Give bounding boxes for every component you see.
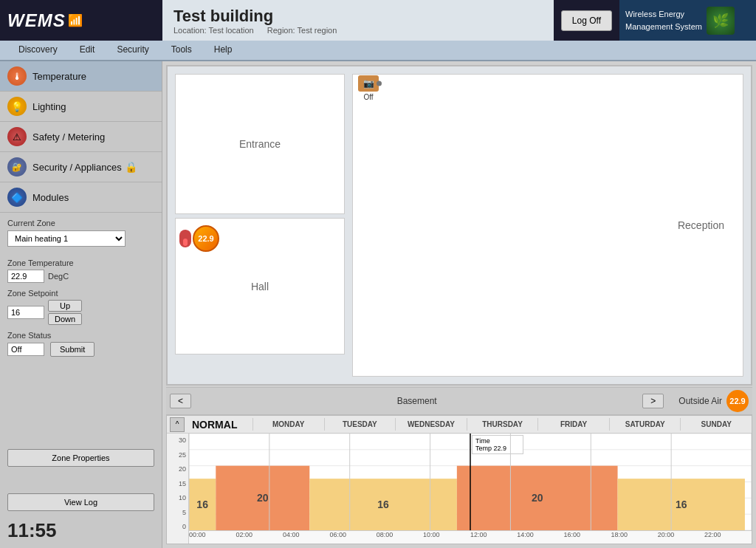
t-0800: 08:00 xyxy=(377,531,394,538)
t-0000: 00:00 xyxy=(189,531,206,538)
floorplan: Entrance Hall Reception 📷 Off xyxy=(166,65,752,386)
next-zone-button[interactable]: > xyxy=(642,394,664,408)
nav-security[interactable]: Security xyxy=(106,41,159,60)
security-label: Security / Appliances xyxy=(32,162,122,173)
t-0400: 04:00 xyxy=(283,531,300,538)
day-thu: THURSDAY xyxy=(467,418,538,431)
t-1400: 14:00 xyxy=(517,531,534,538)
up-button[interactable]: Up xyxy=(48,300,82,312)
day-fri: FRIDAY xyxy=(537,418,609,431)
temperature-label: Temperature xyxy=(32,71,86,82)
zone-properties-button[interactable]: Zone Properties xyxy=(7,449,154,467)
nav-help[interactable]: Help xyxy=(203,41,244,60)
building-title: Test building xyxy=(173,7,543,26)
header: WEMS 📶 Test building Location: Test loca… xyxy=(0,0,756,41)
svg-text:16: 16 xyxy=(196,499,208,510)
sidebar-item-lighting[interactable]: 💡 Lighting xyxy=(0,92,162,122)
chart-canvas: 1620162016TimeTemp 22.9 00:00 02:00 04:0… xyxy=(189,434,752,544)
t-0600: 06:00 xyxy=(330,531,347,538)
t-1000: 10:00 xyxy=(423,531,440,538)
security-icon: 🔐 xyxy=(7,157,27,177)
day-sat: SATURDAY xyxy=(609,418,681,431)
submit-button[interactable]: Submit xyxy=(50,342,94,357)
chart-mode-btn[interactable]: ^ xyxy=(170,417,185,432)
zone-temp-section: Zone Temperature DegC xyxy=(0,256,162,286)
zone-temp-input[interactable] xyxy=(7,270,44,283)
current-zone-label: Current Zone xyxy=(7,219,154,227)
outside-air-label: Outside Air xyxy=(678,396,722,406)
thermometer-icon xyxy=(179,230,191,247)
brand-text: Wireless EnergyManagement System xyxy=(625,8,702,32)
logo-area: WEMS 📶 xyxy=(0,0,162,41)
nav-edit[interactable]: Edit xyxy=(69,41,106,60)
t-1600: 16:00 xyxy=(563,531,580,538)
nav-discovery[interactable]: Discovery xyxy=(7,41,69,60)
camera-sensor[interactable]: 📷 Off xyxy=(358,75,379,101)
lighting-label: Lighting xyxy=(32,101,66,112)
camera-icon: 📷 xyxy=(358,75,379,92)
sidebar-item-temperature[interactable]: 🌡 Temperature xyxy=(0,61,162,92)
view-log-button[interactable]: View Log xyxy=(7,493,154,511)
t-1200: 12:00 xyxy=(470,531,487,538)
lock-icon: 🔒 xyxy=(125,161,137,173)
brand-logo: 🌿 xyxy=(707,7,735,35)
logo-text: WEMS xyxy=(7,10,66,31)
building-subtitle: Location: Test location Region: Test reg… xyxy=(173,26,543,35)
zone-temp-label: Zone Temperature xyxy=(7,258,154,267)
outside-air-badge: 22.9 xyxy=(726,390,749,412)
zone-status-section: Zone Status Submit xyxy=(0,328,162,360)
zone-status-label: Zone Status xyxy=(7,331,154,340)
region-value: Test region xyxy=(298,26,337,35)
safety-icon: ⚠ xyxy=(7,127,27,146)
chart-mode: NORMAL xyxy=(186,419,252,431)
t-2000: 20:00 xyxy=(658,531,675,538)
sidebar-item-security[interactable]: 🔐 Security / Appliances 🔒 xyxy=(0,152,162,182)
lighting-icon: 💡 xyxy=(7,97,27,116)
modules-icon: 🔷 xyxy=(7,188,27,207)
nav-bar: Discovery Edit Security Tools Help xyxy=(0,41,756,61)
camera-dot xyxy=(377,81,382,86)
sidebar: 🌡 Temperature 💡 Lighting ⚠ Safety / Mete… xyxy=(0,61,162,548)
svg-text:16: 16 xyxy=(676,499,687,510)
chart-body: 30 25 20 15 10 5 0 1620162016TimeTemp 22… xyxy=(167,434,752,544)
current-zone-select[interactable]: Main heating 1 xyxy=(7,230,126,247)
day-tue: TUESDAY xyxy=(324,418,396,431)
y-0: 0 xyxy=(167,523,188,530)
t-1800: 18:00 xyxy=(611,531,628,538)
day-mon: MONDAY xyxy=(252,418,324,431)
room-entrance: Entrance xyxy=(175,74,345,214)
sidebar-item-safety[interactable]: ⚠ Safety / Metering xyxy=(0,122,162,152)
zone-setpoint-input[interactable] xyxy=(7,306,44,319)
nav-tools[interactable]: Tools xyxy=(160,41,203,60)
svg-text:20: 20 xyxy=(532,492,543,504)
location-label: Location: xyxy=(173,26,207,35)
y-25: 25 xyxy=(167,451,188,459)
temp-sensor[interactable]: 22.9 xyxy=(179,225,219,252)
zone-setpoint-label: Zone Setpoint xyxy=(7,289,154,298)
zone-status-input[interactable] xyxy=(7,343,44,356)
building-info: Test building Location: Test location Re… xyxy=(162,0,554,41)
chart-header: ^ NORMAL MONDAY TUESDAY WEDNESDAY THURSD… xyxy=(167,416,752,434)
svg-text:16: 16 xyxy=(377,499,389,510)
y-20: 20 xyxy=(167,465,188,473)
zone-setpoint-section: Zone Setpoint Up Down xyxy=(0,286,162,328)
down-button[interactable]: Down xyxy=(48,313,82,325)
outside-air-temp: 22.9 xyxy=(729,397,745,405)
logoff-button[interactable]: Log Off xyxy=(561,10,612,31)
modules-label: Modules xyxy=(32,192,69,203)
temp-value: 22.9 xyxy=(198,234,213,243)
zone-nav: < Basement > Outside Air 22.9 xyxy=(166,387,752,415)
room-reception: Reception xyxy=(352,74,743,377)
t-2200: 22:00 xyxy=(704,531,721,538)
t-0200: 02:00 xyxy=(236,531,252,538)
entrance-label: Entrance xyxy=(239,138,281,150)
sidebar-item-modules[interactable]: 🔷 Modules xyxy=(0,182,162,213)
prev-zone-button[interactable]: < xyxy=(170,394,191,408)
y-10: 10 xyxy=(167,494,188,501)
y-30: 30 xyxy=(167,436,188,444)
location-value: Test location xyxy=(209,26,254,35)
region-label: Region: xyxy=(267,26,295,35)
logo-signal-icon: 📶 xyxy=(68,13,83,27)
zone-temp-unit: DegC xyxy=(48,272,69,281)
camera-status: Off xyxy=(363,93,373,101)
